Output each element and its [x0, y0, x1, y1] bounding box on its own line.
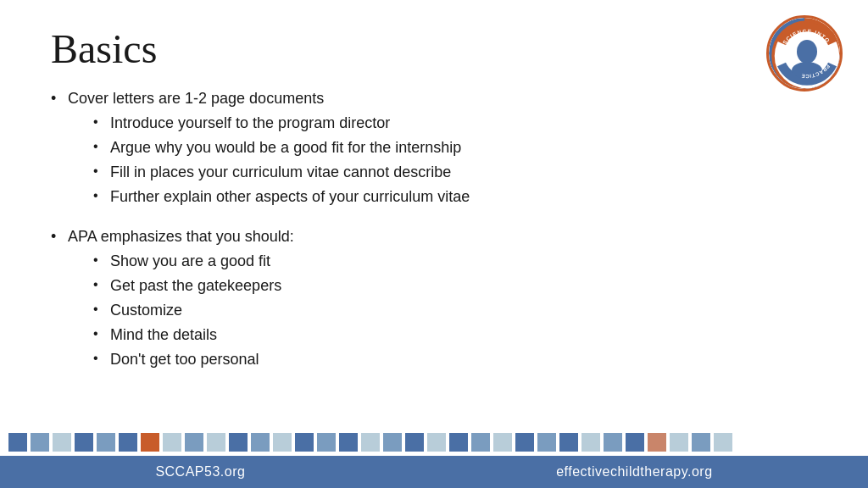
decorative-square-17	[383, 433, 402, 452]
list-item-2: APA emphasizes that you should: Show you…	[51, 225, 817, 371]
section1-main-text: Cover letters are 1-2 page documents	[68, 90, 324, 107]
main-bullet-list: Cover letters are 1-2 page documents Int…	[51, 87, 817, 371]
decorative-square-10	[229, 433, 248, 452]
decorative-square-28	[626, 433, 644, 452]
decorative-square-31	[692, 433, 710, 452]
decorative-square-7	[163, 433, 181, 452]
decorative-square-24	[537, 433, 556, 452]
decorative-square-18	[405, 433, 424, 452]
decorative-square-11	[251, 433, 270, 452]
sub-item-1-2: Argue why you would be a good fit for th…	[93, 136, 817, 159]
decorative-square-25	[559, 433, 578, 452]
decorative-square-19	[427, 433, 446, 452]
decorative-square-30	[670, 433, 688, 452]
decorative-square-9	[207, 433, 225, 452]
sub-item-1-1: Introduce yourself to the program direct…	[93, 112, 817, 135]
footer-right: effectivechildtherapy.org	[556, 464, 712, 480]
decorative-square-16	[361, 433, 380, 452]
footer-left: SCCAP53.org	[155, 464, 245, 480]
sub-item-1-4: Further explain other aspects of your cu…	[93, 186, 817, 208]
decorative-square-29	[648, 433, 666, 452]
decorative-square-8	[185, 433, 203, 452]
decorative-square-2	[53, 433, 71, 452]
decorative-square-22	[493, 433, 512, 452]
slide-title: Basics	[51, 25, 817, 72]
footer: SCCAP53.org effectivechildtherapy.org	[0, 456, 868, 488]
sub-item-1-3: Fill in places your curriculum vitae can…	[93, 161, 817, 184]
decorative-square-4	[97, 433, 115, 452]
decorative-square-21	[471, 433, 490, 452]
decorative-square-15	[339, 433, 358, 452]
sub-item-2-2: Get past the gatekeepers	[93, 274, 817, 297]
sub-item-2-4: Mind the details	[93, 324, 817, 347]
decorative-square-3	[75, 433, 93, 452]
decorative-square-6	[141, 433, 159, 452]
sub-item-2-3: Customize	[93, 299, 817, 322]
svg-point-3	[797, 40, 817, 64]
section2-sub-list: Show you are a good fit Get past the gat…	[68, 250, 817, 371]
sub-item-2-1: Show you are a good fit	[93, 250, 817, 273]
decorative-square-27	[604, 433, 622, 452]
decorative-square-5	[119, 433, 137, 452]
decorative-square-26	[581, 433, 600, 452]
decorative-square-32	[714, 433, 732, 452]
decorative-square-13	[295, 433, 314, 452]
decorative-square-1	[31, 433, 49, 452]
sub-item-2-5: Don't get too personal	[93, 348, 817, 371]
list-item-1: Cover letters are 1-2 page documents Int…	[51, 87, 817, 208]
decorative-square-14	[317, 433, 336, 452]
logo: SCIENCE INTO PRACTICE	[766, 15, 843, 92]
logo-circle: SCIENCE INTO PRACTICE	[766, 15, 843, 92]
slide-container: SCIENCE INTO PRACTICE Basics Cover lette…	[0, 0, 868, 488]
decorative-square-0	[8, 433, 27, 452]
main-content: SCIENCE INTO PRACTICE Basics Cover lette…	[0, 0, 868, 429]
section1-sub-list: Introduce yourself to the program direct…	[68, 112, 817, 208]
decorative-square-20	[449, 433, 468, 452]
squares-bar	[0, 429, 868, 456]
section2-main-text: APA emphasizes that you should:	[68, 228, 294, 245]
decorative-square-23	[515, 433, 534, 452]
decorative-square-12	[273, 433, 292, 452]
